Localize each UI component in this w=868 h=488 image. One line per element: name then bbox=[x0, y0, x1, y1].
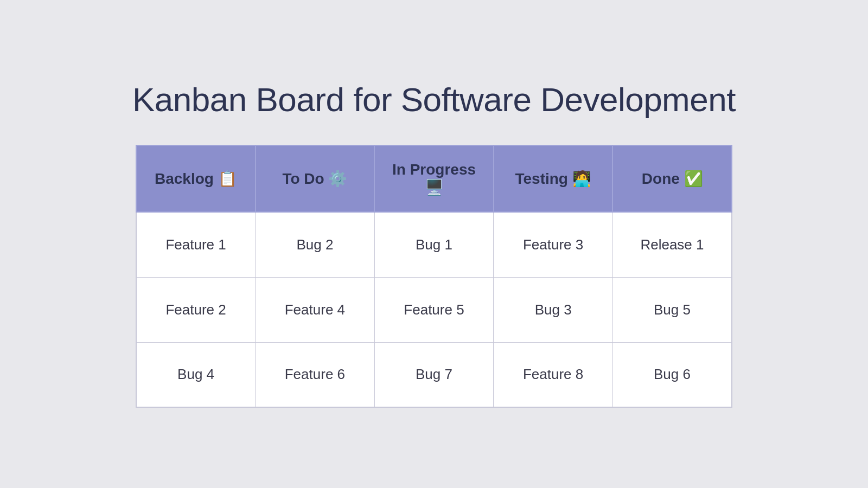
column-header-row: Backlog 📋To Do ⚙️In Progress 🖥️Testing 🧑… bbox=[136, 145, 732, 212]
column-label-backlog: Backlog bbox=[155, 170, 218, 187]
column-header-testing: Testing 🧑‍💻 bbox=[494, 145, 613, 212]
table-row-3: Bug 4Feature 6Bug 7Feature 8Bug 6 bbox=[136, 342, 732, 407]
column-label-testing: Testing bbox=[515, 170, 572, 187]
column-icon-testing: 🧑‍💻 bbox=[572, 170, 591, 187]
cell-r1-c1: Feature 1 bbox=[136, 212, 256, 277]
column-icon-todo: ⚙️ bbox=[328, 170, 347, 187]
column-header-backlog: Backlog 📋 bbox=[136, 145, 256, 212]
column-icon-backlog: 📋 bbox=[218, 170, 237, 187]
cell-r2-c3: Feature 5 bbox=[374, 277, 494, 342]
cell-r2-c4: Bug 3 bbox=[494, 277, 613, 342]
table-row-1: Feature 1Bug 2Bug 1Feature 3Release 1 bbox=[136, 212, 732, 277]
column-header-todo: To Do ⚙️ bbox=[256, 145, 375, 212]
cell-r2-c5: Bug 5 bbox=[612, 277, 732, 342]
page-title: Kanban Board for Software Development bbox=[132, 80, 736, 119]
column-label-inprogress: In Progress bbox=[392, 161, 476, 178]
cell-r1-c4: Feature 3 bbox=[494, 212, 613, 277]
cell-r2-c1: Feature 2 bbox=[136, 277, 256, 342]
cell-r3-c4: Feature 8 bbox=[494, 342, 613, 407]
cell-r3-c5: Bug 6 bbox=[612, 342, 732, 407]
column-label-todo: To Do bbox=[282, 170, 328, 187]
cell-r1-c5: Release 1 bbox=[612, 212, 732, 277]
column-header-done: Done ✅ bbox=[612, 145, 732, 212]
column-icon-inprogress: 🖥️ bbox=[425, 179, 444, 196]
cell-r1-c3: Bug 1 bbox=[374, 212, 494, 277]
cell-r2-c2: Feature 4 bbox=[256, 277, 375, 342]
cell-r3-c3: Bug 7 bbox=[374, 342, 494, 407]
column-label-done: Done bbox=[642, 170, 684, 187]
cell-r3-c1: Bug 4 bbox=[136, 342, 256, 407]
cell-r3-c2: Feature 6 bbox=[256, 342, 375, 407]
column-icon-done: ✅ bbox=[684, 170, 703, 187]
column-header-inprogress: In Progress 🖥️ bbox=[374, 145, 494, 212]
kanban-board: Backlog 📋To Do ⚙️In Progress 🖥️Testing 🧑… bbox=[136, 145, 732, 408]
table-row-2: Feature 2Feature 4Feature 5Bug 3Bug 5 bbox=[136, 277, 732, 342]
cell-r1-c2: Bug 2 bbox=[256, 212, 375, 277]
